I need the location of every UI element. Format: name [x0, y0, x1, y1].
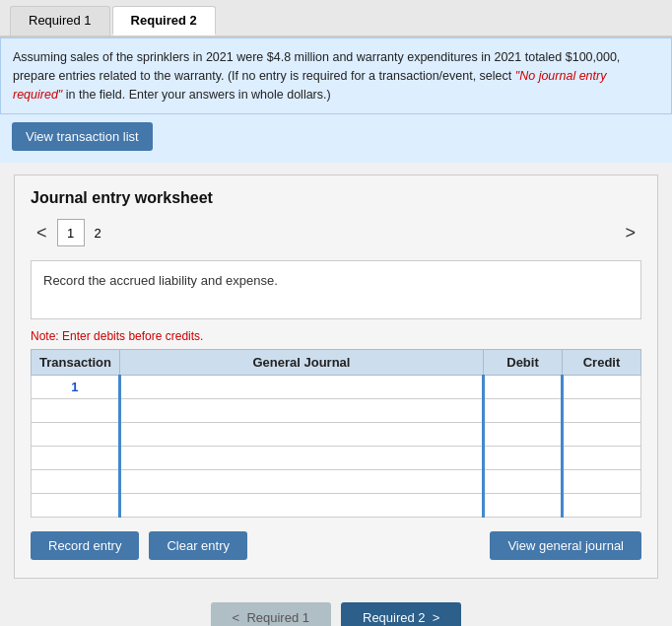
- info-banner: Assuming sales of the sprinklers in 2021…: [0, 37, 672, 114]
- transaction-cell: [32, 399, 120, 423]
- debit-cell[interactable]: [484, 494, 563, 518]
- general-journal-cell[interactable]: [119, 494, 483, 518]
- transaction-cell: [32, 470, 120, 494]
- debit-input[interactable]: [485, 494, 561, 517]
- col-header-general-journal: General Journal: [119, 350, 483, 376]
- bottom-prev-label: Required 1: [246, 610, 309, 625]
- table-row: [32, 423, 641, 447]
- description-box: Record the accrued liability and expense…: [31, 260, 641, 319]
- credit-input[interactable]: [564, 376, 640, 398]
- general-journal-cell[interactable]: [119, 470, 483, 494]
- view-transaction-button[interactable]: View transaction list: [12, 122, 153, 151]
- journal-table: Transaction General Journal Debit Credit…: [31, 349, 641, 518]
- table-row: [32, 494, 641, 518]
- credit-cell[interactable]: [563, 470, 641, 494]
- page-navigation: < 1 2 >: [31, 219, 641, 246]
- col-header-credit: Credit: [563, 350, 641, 376]
- debit-cell[interactable]: [484, 399, 563, 423]
- tab-required-2[interactable]: Required 2: [112, 6, 216, 35]
- bottom-prev-button[interactable]: < Required 1: [211, 602, 331, 626]
- debit-input[interactable]: [485, 423, 561, 446]
- record-entry-button[interactable]: Record entry: [31, 531, 139, 560]
- description-text: Record the accrued liability and expense…: [43, 273, 278, 288]
- prev-page-arrow[interactable]: <: [31, 221, 53, 245]
- bottom-navigation: < Required 1 Required 2 >: [0, 602, 672, 626]
- table-row: [32, 447, 641, 470]
- transaction-cell: [32, 494, 120, 518]
- general-journal-input[interactable]: [121, 494, 482, 517]
- credit-input[interactable]: [564, 399, 640, 422]
- general-journal-input[interactable]: [121, 447, 482, 469]
- general-journal-cell[interactable]: [119, 399, 483, 423]
- general-journal-input[interactable]: [121, 376, 482, 398]
- credit-input[interactable]: [564, 423, 640, 446]
- col-header-transaction: Transaction: [32, 350, 120, 376]
- table-row: [32, 470, 641, 494]
- table-row: 1: [32, 376, 641, 399]
- col-header-debit: Debit: [484, 350, 563, 376]
- general-journal-input[interactable]: [121, 423, 482, 446]
- tab-required-1[interactable]: Required 1: [10, 6, 110, 35]
- credit-cell[interactable]: [563, 447, 641, 470]
- bottom-next-button[interactable]: Required 2 >: [341, 602, 461, 626]
- credit-input[interactable]: [564, 470, 640, 493]
- credit-cell[interactable]: [563, 399, 641, 423]
- credit-cell[interactable]: [563, 423, 641, 447]
- credit-cell[interactable]: [563, 494, 641, 518]
- worksheet-container: Journal entry worksheet < 1 2 > Record t…: [14, 174, 658, 579]
- table-row: [32, 399, 641, 423]
- credit-input[interactable]: [564, 494, 640, 517]
- info-text-after: in the field. Enter your answers in whol…: [62, 88, 330, 102]
- clear-entry-button[interactable]: Clear entry: [149, 531, 247, 560]
- current-page-number: 1: [67, 226, 74, 241]
- debit-cell[interactable]: [484, 447, 563, 470]
- tabs-bar: Required 1 Required 2: [0, 0, 672, 37]
- bottom-next-label: Required 2: [363, 610, 426, 625]
- next-page-arrow[interactable]: >: [619, 221, 641, 245]
- debit-input[interactable]: [485, 470, 561, 493]
- general-journal-cell[interactable]: [119, 423, 483, 447]
- action-buttons: Record entry Clear entry View general jo…: [31, 531, 641, 560]
- debit-input[interactable]: [485, 399, 561, 422]
- general-journal-input[interactable]: [121, 399, 482, 422]
- bottom-next-arrow: >: [433, 610, 440, 625]
- note-text: Note: Enter debits before credits.: [31, 329, 641, 343]
- general-journal-input[interactable]: [121, 470, 482, 493]
- current-page-box: 1: [57, 219, 85, 246]
- debit-cell[interactable]: [484, 376, 563, 399]
- debit-cell[interactable]: [484, 423, 563, 447]
- debit-cell[interactable]: [484, 470, 563, 494]
- credit-cell[interactable]: [563, 376, 641, 399]
- view-transaction-btn-wrap: View transaction list: [0, 114, 672, 163]
- credit-input[interactable]: [564, 447, 640, 469]
- debit-input[interactable]: [485, 447, 561, 469]
- transaction-cell: 1: [32, 376, 120, 399]
- transaction-cell: [32, 447, 120, 470]
- view-general-journal-button[interactable]: View general journal: [490, 531, 641, 560]
- general-journal-cell[interactable]: [119, 447, 483, 470]
- general-journal-cell[interactable]: [119, 376, 483, 399]
- worksheet-title: Journal entry worksheet: [31, 189, 641, 207]
- bottom-prev-arrow: <: [233, 610, 240, 625]
- next-page-number[interactable]: 2: [95, 226, 101, 241]
- debit-input[interactable]: [485, 376, 561, 398]
- transaction-cell: [32, 423, 120, 447]
